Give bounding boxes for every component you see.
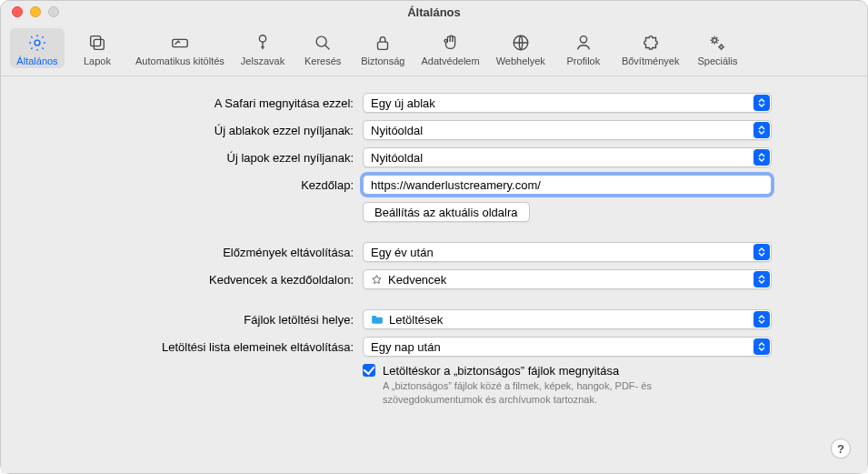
toolbar-item-profiles[interactable]: Profilok [556,28,611,68]
window-title: Általános [1,5,867,19]
toolbar-item-passwords[interactable]: Jelszavak [235,28,290,68]
svg-point-5 [316,36,326,46]
hand-icon [441,32,461,54]
toolbar-label: Általános [16,55,57,66]
person-icon [574,32,594,54]
svg-point-4 [259,35,265,42]
globe-icon [511,32,531,54]
new-windows-select[interactable]: Nyitóoldal [363,120,772,140]
download-location-label: Fájlok letöltési helye: [35,313,363,327]
chevron-updown-icon [753,122,770,138]
help-button[interactable]: ? [831,439,851,459]
new-tabs-select[interactable]: Nyitóoldal [363,147,772,167]
titlebar: Általános [1,1,867,23]
open-safe-files-label: Letöltéskor a „biztonságos” fájlok megny… [383,364,772,378]
toolbar-label: Profilok [567,55,601,66]
remove-history-label: Előzmények eltávolítása: [35,246,363,259]
open-safe-files-checkbox[interactable] [363,364,375,377]
remove-history-select[interactable]: Egy év után [363,242,772,262]
open-with-select[interactable]: Egy új ablak [363,93,772,113]
general-pane: A Safari megnyitása ezzel: Egy új ablak … [1,76,867,473]
toolbar-label: Jelszavak [241,55,284,66]
search-icon [313,32,333,54]
toolbar-item-websites[interactable]: Webhelyek [491,28,551,68]
svg-point-8 [580,36,586,43]
svg-point-10 [720,45,723,49]
open-with-label: A Safari megnyitása ezzel: [35,96,363,110]
open-safe-files-hint: A „biztonságos” fájlok közé a filmek, ké… [383,379,710,407]
chevron-updown-icon [753,149,770,166]
toolbar-item-security[interactable]: Biztonság [355,28,410,68]
tabs-icon [87,32,107,54]
download-location-select[interactable]: Letöltések [363,309,772,329]
svg-point-9 [713,38,717,43]
toolbar-item-general[interactable]: Általános [10,28,65,68]
chevron-updown-icon [753,244,770,260]
preferences-window: Általános Általános Lapok Automatikus ki… [0,0,868,474]
chevron-updown-icon [753,95,770,111]
toolbar-label: Speciális [697,55,737,66]
svg-point-0 [35,40,40,45]
lock-icon [373,32,393,54]
toolbar-item-extensions[interactable]: Bővítmények [616,28,685,68]
toolbar-label: Adatvédelem [421,55,479,66]
homepage-input[interactable] [363,175,772,195]
svg-rect-2 [94,39,104,49]
gear-icon [27,32,47,54]
toolbar-label: Biztonság [361,55,404,66]
toolbar-label: Keresés [304,55,341,66]
homepage-label: Kezdőlap: [35,178,363,192]
toolbar-item-privacy[interactable]: Adatvédelem [415,28,484,68]
new-tabs-label: Új lapok ezzel nyíljanak: [35,151,363,165]
toolbar-item-advanced[interactable]: Speciális [690,28,744,68]
favorites-select[interactable]: Kedvencek [363,269,772,289]
set-to-current-page-button[interactable]: Beállítás az aktuális oldalra [363,202,530,222]
preferences-toolbar: Általános Lapok Automatikus kitöltés Jel… [1,23,867,76]
toolbar-item-tabs[interactable]: Lapok [70,28,125,68]
gears-icon [706,32,728,54]
toolbar-label: Lapok [84,55,111,66]
remove-download-list-select[interactable]: Egy nap után [363,337,772,357]
chevron-updown-icon [753,311,770,328]
toolbar-item-search[interactable]: Keresés [295,28,350,68]
star-icon [371,274,383,286]
pencil-field-icon [169,32,191,54]
puzzle-icon [641,32,661,54]
toolbar-label: Webhelyek [496,55,545,66]
chevron-updown-icon [753,338,770,355]
folder-icon [371,314,384,325]
svg-rect-6 [378,42,388,49]
remove-download-list-label: Letöltési lista elemeinek eltávolítása: [35,340,363,354]
favorites-label: Kedvencek a kezdőoldalon: [35,273,363,287]
svg-rect-1 [91,36,101,46]
chevron-updown-icon [753,271,770,287]
toolbar-item-autofill[interactable]: Automatikus kitöltés [130,28,230,68]
svg-rect-3 [173,39,188,46]
key-icon [253,32,273,54]
toolbar-label: Bővítmények [622,55,680,66]
new-windows-label: Új ablakok ezzel nyíljanak: [35,124,363,137]
toolbar-label: Automatikus kitöltés [135,55,224,66]
